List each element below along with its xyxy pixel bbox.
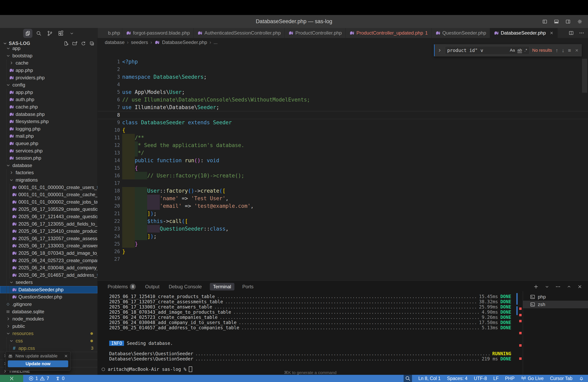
tree-item-2025-06-17-133003-create-answers-...[interactable]: 2025_06_17_133003_create_answers_... xyxy=(0,242,97,249)
update-now-button[interactable]: Update now xyxy=(8,361,68,367)
tree-item-public[interactable]: public xyxy=(0,323,97,330)
tree-item-databaseseeder.php[interactable]: DatabaseSeeder.php xyxy=(0,286,97,293)
extensions-icon[interactable] xyxy=(56,29,65,38)
new-terminal-icon[interactable] xyxy=(533,284,539,289)
regex-icon[interactable]: .* xyxy=(525,48,527,53)
tree-item-cache.php[interactable]: cache.php xyxy=(0,103,97,111)
tree-item-2025-06-18-070343-add-image-to-...[interactable]: 2025_06_18_070343_add_image_to_... xyxy=(0,249,97,257)
panel-tab-ports[interactable]: Ports xyxy=(241,283,255,290)
remote-indicator[interactable] xyxy=(0,375,23,382)
tree-item-2025-06-24-025723-create-compan...[interactable]: 2025_06_24_025723_create_compan... xyxy=(0,257,97,264)
split-editor-icon[interactable] xyxy=(568,30,574,36)
tree-item-factories[interactable]: factories xyxy=(0,169,97,176)
status-encoding[interactable]: UTF-8 xyxy=(474,376,487,381)
tree-item-seeders[interactable]: seeders xyxy=(0,279,97,286)
toggle-sidebar-icon[interactable] xyxy=(542,19,547,24)
close-panel-icon[interactable] xyxy=(577,284,582,289)
tab-productcontroller.php[interactable]: ProductController.php xyxy=(285,28,346,38)
status-eol[interactable]: LF xyxy=(493,376,499,381)
more-actions-icon[interactable] xyxy=(579,30,584,36)
code-editor[interactable]: 1<?php23namespace Database\Seeders;45use… xyxy=(98,47,588,281)
close-icon[interactable] xyxy=(64,354,68,358)
tree-item-cache[interactable]: cache xyxy=(0,59,97,67)
tree-item-providers.php[interactable]: providers.php xyxy=(0,74,97,81)
find-input[interactable]: product_id" v Aa ab .* xyxy=(445,46,529,55)
match-case-icon[interactable]: Aa xyxy=(510,48,515,53)
panel-tab-debug-console[interactable]: Debug Console xyxy=(168,283,203,290)
chevron-down-icon[interactable] xyxy=(67,29,76,38)
tab-forgot-password.blade.php[interactable]: forgot-password.blade.php xyxy=(122,28,194,38)
panel-tab-terminal[interactable]: Terminal xyxy=(210,283,234,290)
find-previous-icon[interactable]: ↑ xyxy=(556,47,558,54)
toggle-secondary-sidebar-icon[interactable] xyxy=(565,19,571,24)
tree-item-app[interactable]: app xyxy=(0,45,97,52)
tree-item-2025-06-17-123055-add-fields-to-u...[interactable]: 2025_06_17_123055_add_fields_to_u... xyxy=(0,220,97,228)
breadcrumb-item[interactable]: DatabaseSeeder.php xyxy=(162,39,207,45)
tab-authenticatedsessioncontroller.php[interactable]: AuthenticatedSessionController.php xyxy=(194,28,285,38)
tree-item-node-modules[interactable]: node_modules xyxy=(0,315,97,323)
tree-item-2025-06-25-014657-add-address-to...[interactable]: 2025_06_25_014657_add_address_to... xyxy=(0,271,97,279)
tab-databaseseeder.php[interactable]: DatabaseSeeder.php xyxy=(490,28,558,38)
files-icon[interactable] xyxy=(23,29,32,38)
tree-item-2025-06-24-030048-add-company-...[interactable]: 2025_06_24_030048_add_company_... xyxy=(0,264,97,271)
toggle-replace-icon[interactable] xyxy=(437,48,442,53)
tree-item-resources[interactable]: resources xyxy=(0,330,97,337)
breadcrumb-item[interactable]: seeders xyxy=(131,39,148,45)
close-icon[interactable] xyxy=(549,31,554,35)
tree-item-0001-01-01-000000-create-users-ta...[interactable]: 0001_01_01_000000_create_users_ta... xyxy=(0,184,97,191)
find-next-icon[interactable]: ↓ xyxy=(562,47,564,54)
tree-item-database[interactable]: database xyxy=(0,162,97,169)
terminal-instance-zsh[interactable]: zsh xyxy=(523,301,588,308)
status-cursor-position[interactable]: Ln 8, Col 1 xyxy=(419,376,441,381)
tree-item-2025-06-17-132057-create-assessme...[interactable]: 2025_06_17_132057_create_assessme... xyxy=(0,235,97,242)
panel-tab-output[interactable]: Output xyxy=(144,283,161,290)
terminal-output[interactable]: 2025_06_17_125410_create_products_table.… xyxy=(109,294,511,372)
tree-item-bootstrap[interactable]: bootstrap xyxy=(0,52,97,59)
maximize-panel-icon[interactable] xyxy=(567,284,572,289)
breadcrumb-item[interactable]: database xyxy=(105,39,125,45)
tree-item-logging.php[interactable]: logging.php xyxy=(0,125,97,133)
tree-item-services.php[interactable]: services.php xyxy=(0,147,97,154)
panel-tab-problems[interactable]: Problems8 xyxy=(106,283,137,291)
status-ports[interactable]: 0 xyxy=(55,376,64,381)
tree-item-questionseeder.php[interactable]: QuestionSeeder.php xyxy=(0,293,97,301)
status-search[interactable] xyxy=(404,375,412,382)
tree-item-app.php[interactable]: app.php xyxy=(0,89,97,96)
tab-productcontroller_updated.php[interactable]: ProductController_updated.php1 xyxy=(346,28,432,38)
tree-item-app.css[interactable]: #app.css3 xyxy=(0,344,97,352)
tree-item-mail.php[interactable]: mail.php xyxy=(0,133,97,140)
tree-item-2025-06-17-125410-create-products...[interactable]: 2025_06_17_125410_create_products... xyxy=(0,228,97,235)
status-cursor-tab[interactable]: Cursor Tab xyxy=(550,376,572,381)
status-indentation[interactable]: Spaces: 4 xyxy=(447,376,467,381)
tree-item-0001-01-01-000002-create-jobs-tab...[interactable]: 0001_01_01_000002_create_jobs_tab... xyxy=(0,198,97,206)
find-in-selection-icon[interactable]: ≡ xyxy=(568,47,571,54)
tree-item-filesystems.php[interactable]: filesystems.php xyxy=(0,118,97,125)
status-language-mode[interactable]: PHP xyxy=(505,376,514,381)
tab-questionseeder.php[interactable]: QuestionSeeder.php xyxy=(432,28,490,38)
tree-item-.gitignore[interactable]: .gitignore xyxy=(0,301,97,308)
source-control-icon[interactable] xyxy=(45,29,54,38)
breadcrumb-item[interactable]: ... xyxy=(214,39,218,45)
tree-item-0001-01-01-000001-create-cache-ta...[interactable]: 0001_01_01_000001_create_cache_ta... xyxy=(0,191,97,198)
toggle-panel-icon[interactable] xyxy=(554,19,559,24)
status-go-live[interactable]: Go Live xyxy=(521,376,544,381)
search-icon[interactable] xyxy=(34,29,43,38)
tree-item-app.php[interactable]: app.php xyxy=(0,67,97,74)
settings-gear-icon[interactable] xyxy=(577,19,583,25)
tree-item-queue.php[interactable]: queue.php xyxy=(0,140,97,147)
tree-item-css[interactable]: css xyxy=(0,337,97,345)
tab-b.php[interactable]: b.php xyxy=(98,28,122,38)
close-icon[interactable] xyxy=(575,48,579,53)
tree-item-config[interactable]: config xyxy=(0,81,97,89)
more-actions-icon[interactable] xyxy=(555,284,561,289)
status-notifications-bell[interactable] xyxy=(579,376,584,381)
whole-word-icon[interactable]: ab xyxy=(517,48,522,53)
terminal-instance-php[interactable]: php xyxy=(523,293,588,301)
terminal-profile-dropdown-icon[interactable] xyxy=(545,284,550,289)
tree-item-2025-06-17-105529-create-question...[interactable]: 2025_06_17_105529_create_question... xyxy=(0,206,97,213)
tree-item-database.sqlite[interactable]: database.sqlite xyxy=(0,308,97,315)
tree-item-session.php[interactable]: session.php xyxy=(0,154,97,162)
tree-item-database.php[interactable]: database.php xyxy=(0,111,97,118)
tree-item-2025-06-17-121443-create-questions...[interactable]: 2025_06_17_121443_create_questions... xyxy=(0,213,97,220)
tree-item-auth.php[interactable]: auth.php xyxy=(0,96,97,103)
